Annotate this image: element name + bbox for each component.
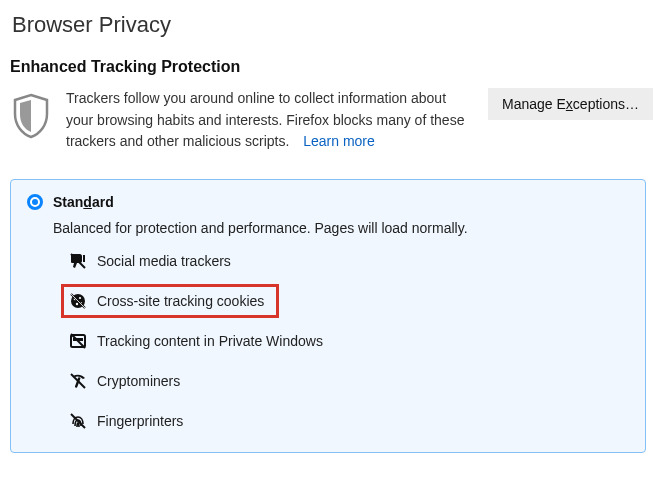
etp-desc-text: Trackers follow you around online to col… [66, 90, 464, 149]
etp-heading: Enhanced Tracking Protection [10, 58, 653, 76]
etp-intro-row: Trackers follow you around online to col… [10, 88, 653, 153]
fingerprint-icon [69, 412, 87, 430]
window-icon [69, 332, 87, 350]
tracker-label: Fingerprinters [97, 413, 183, 429]
tracker-label: Tracking content in Private Windows [97, 333, 323, 349]
standard-option-box[interactable]: Standard Balanced for protection and per… [10, 179, 646, 453]
manage-exceptions-button[interactable]: Manage Exceptions… [488, 88, 653, 120]
svg-point-4 [76, 303, 78, 305]
tracker-cryptominers: Cryptominers [69, 372, 627, 390]
pickaxe-icon [69, 372, 87, 390]
thumbs-down-icon [69, 252, 87, 270]
learn-more-link[interactable]: Learn more [303, 133, 375, 149]
tracker-label: Cryptominers [97, 373, 180, 389]
tracker-fingerprinters: Fingerprinters [69, 412, 627, 430]
standard-radio[interactable] [27, 194, 43, 210]
tracker-list: Social media trackers Cross-site trackin… [69, 252, 627, 430]
tracker-content-private: Tracking content in Private Windows [69, 332, 627, 350]
page-title: Browser Privacy [12, 12, 653, 38]
tracker-label: Social media trackers [97, 253, 231, 269]
tracker-social-media: Social media trackers [69, 252, 627, 270]
tracker-cross-site-cookies: Cross-site tracking cookies [69, 292, 627, 310]
cookie-icon [69, 292, 87, 310]
svg-point-3 [79, 297, 81, 299]
etp-description: Trackers follow you around online to col… [66, 88, 474, 153]
standard-title: Standard [53, 194, 114, 210]
shield-icon [10, 88, 52, 140]
tracker-label: Cross-site tracking cookies [97, 293, 264, 309]
standard-description: Balanced for protection and performance.… [53, 220, 627, 236]
